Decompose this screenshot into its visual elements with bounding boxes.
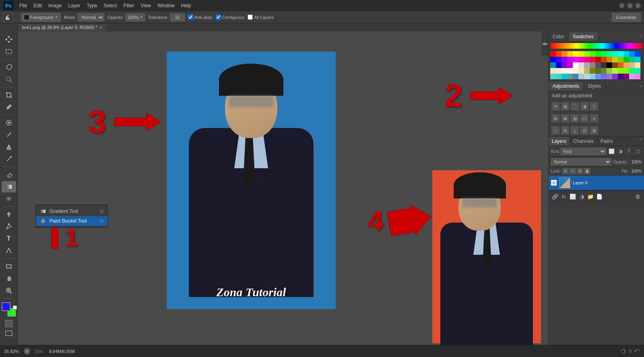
channelmixer-adj-btn[interactable]: ≡: [590, 114, 599, 123]
paths-tab-btn[interactable]: Paths: [597, 137, 617, 146]
pen-tool[interactable]: [2, 221, 16, 232]
stamp-tool[interactable]: [2, 141, 16, 153]
swatch-cell[interactable]: [612, 62, 618, 68]
swatch-cell[interactable]: [635, 74, 640, 79]
swatch-cell[interactable]: [578, 51, 584, 57]
swatch-cell[interactable]: [556, 74, 561, 79]
mode-select[interactable]: Normal: [78, 13, 104, 21]
swatch-cell[interactable]: [623, 51, 629, 57]
invert-adj-btn[interactable]: ⬚: [551, 126, 560, 135]
channels-tab-btn[interactable]: Channels: [570, 137, 597, 146]
lasso-tool[interactable]: [2, 62, 16, 73]
filter-adj-btn[interactable]: ◑: [617, 148, 624, 155]
posterize-adj-btn[interactable]: ⊟: [561, 126, 570, 135]
swatch-cell[interactable]: [612, 68, 618, 74]
tolerance-input[interactable]: [170, 13, 185, 21]
panel-collapse-arrow[interactable]: ◀▶: [542, 31, 548, 56]
swatch-cell[interactable]: [584, 62, 590, 68]
add-style-btn[interactable]: fx: [560, 192, 568, 200]
colorbalance-adj-btn[interactable]: ⊠: [561, 114, 570, 123]
menu-type[interactable]: Type: [84, 2, 99, 9]
text-tool[interactable]: T: [2, 233, 16, 244]
swatch-cell[interactable]: [607, 51, 612, 57]
path-select-tool[interactable]: [2, 245, 16, 256]
swatch-cell[interactable]: [567, 62, 573, 68]
swatch-cell[interactable]: [556, 62, 561, 68]
layer-0-item[interactable]: Layer 0: [549, 175, 644, 190]
swatch-cell[interactable]: [618, 57, 623, 62]
swatch-cell[interactable]: [556, 57, 561, 62]
swatch-cell[interactable]: [550, 74, 556, 79]
contiguous-checkbox[interactable]: [216, 14, 221, 20]
swatch-cell[interactable]: [573, 51, 578, 57]
menu-select[interactable]: Select: [101, 2, 119, 9]
swatch-cell[interactable]: [635, 68, 640, 74]
swatch-cell[interactable]: [584, 57, 590, 62]
new-layer-btn[interactable]: 📄: [595, 192, 603, 200]
swatch-cell[interactable]: [623, 68, 629, 74]
history-tool[interactable]: [2, 153, 16, 165]
lock-image-btn[interactable]: ✏: [570, 168, 576, 174]
color-spectrum-bar[interactable]: [550, 43, 642, 49]
zoom-tool[interactable]: [2, 285, 16, 296]
anti-alias-checkbox[interactable]: [188, 14, 193, 20]
swatch-cell[interactable]: [629, 62, 635, 68]
swatch-cell[interactable]: [607, 57, 612, 62]
swatch-cell[interactable]: [601, 68, 607, 74]
swatch-cell[interactable]: [623, 74, 629, 79]
swatch-cell[interactable]: [607, 68, 612, 74]
kind-select[interactable]: Kind: [561, 148, 606, 155]
quick-select-tool[interactable]: [2, 74, 16, 85]
switch-colors-icon[interactable]: [13, 305, 17, 310]
swatch-cell[interactable]: [601, 51, 607, 57]
all-layers-checkbox[interactable]: [248, 14, 253, 20]
hand-tool[interactable]: [2, 273, 16, 284]
menu-file[interactable]: File: [17, 2, 29, 9]
swatch-cell[interactable]: [595, 74, 601, 79]
filter-shape-btn[interactable]: ⬡: [634, 148, 642, 155]
swatch-cell[interactable]: [595, 51, 601, 57]
swatch-cell[interactable]: [607, 62, 612, 68]
swatch-cell[interactable]: [629, 51, 635, 57]
new-group-btn[interactable]: 📁: [586, 192, 594, 200]
document-tab[interactable]: bck1.png @ 26.8% (Layer 0, RGB/8) * ×: [18, 23, 107, 31]
delete-layer-btn[interactable]: 🗑: [634, 192, 642, 200]
swatch-cell[interactable]: [595, 62, 601, 68]
blur-tool[interactable]: [2, 193, 16, 204]
filter-pixel-btn[interactable]: ⬜: [608, 148, 615, 155]
swatch-cell[interactable]: [578, 74, 584, 79]
swatch-cell[interactable]: [590, 74, 595, 79]
color-tab[interactable]: Color: [549, 32, 569, 41]
maximize-btn[interactable]: □: [627, 3, 633, 8]
swatch-cell[interactable]: [623, 57, 629, 62]
swatch-cell[interactable]: [556, 51, 561, 57]
swatch-cell[interactable]: [590, 51, 595, 57]
swatch-cell[interactable]: [601, 62, 607, 68]
shape-tool[interactable]: [2, 261, 16, 272]
swatch-cell[interactable]: [567, 74, 573, 79]
swatch-cell[interactable]: [561, 74, 567, 79]
hsl-adj-btn[interactable]: ⊞: [551, 114, 560, 123]
vibrance-adj-btn[interactable]: ▽: [590, 102, 599, 111]
curves-adj-btn[interactable]: ⌒: [570, 102, 579, 111]
menu-help[interactable]: Help: [179, 2, 194, 9]
swatch-cell[interactable]: [590, 62, 595, 68]
menu-filter[interactable]: Filter: [121, 2, 137, 9]
swatch-cell[interactable]: [573, 62, 578, 68]
menu-edit[interactable]: Edit: [31, 2, 44, 9]
bw-adj-btn[interactable]: ▧: [570, 114, 579, 123]
swatch-cell[interactable]: [578, 68, 584, 74]
swatch-cell[interactable]: [612, 51, 618, 57]
swatch-cell[interactable]: [629, 74, 635, 79]
swatch-cell[interactable]: [612, 57, 618, 62]
swatch-cell[interactable]: [601, 74, 607, 79]
minimize-btn[interactable]: −: [619, 3, 625, 8]
swatch-cell[interactable]: [561, 68, 567, 74]
swatch-cell[interactable]: [561, 62, 567, 68]
gradient-tool[interactable]: [2, 181, 16, 192]
menu-layer[interactable]: Layer: [66, 2, 83, 9]
swatch-cell[interactable]: [629, 68, 635, 74]
swatch-cell[interactable]: [550, 51, 556, 57]
swatches-tab[interactable]: Swatches: [569, 32, 598, 41]
swatch-cell[interactable]: [584, 68, 590, 74]
